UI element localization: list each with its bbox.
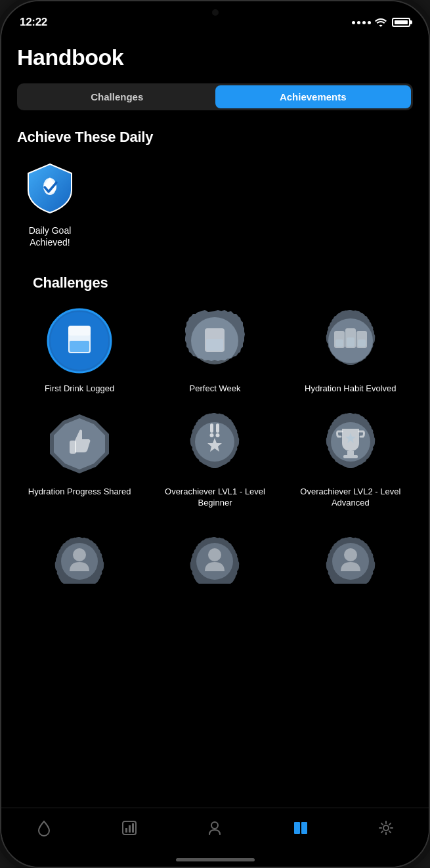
first-drink-icon [43,305,116,377]
tab-switcher: Challenges Achievements [17,83,413,110]
challenges-grid-row2: Hydration Progress Shared [17,408,413,509]
badge-perfect-week[interactable]: Perfect Week [152,305,277,395]
challenges-section: Challenges [1,274,429,594]
tab-challenges[interactable]: Challenges [19,85,215,108]
svg-rect-36 [132,823,134,833]
badge-overachiever-2[interactable]: Overachiever LVL2 - Level Advanced [288,408,413,509]
svg-point-30 [208,548,221,561]
chart-icon [120,819,139,837]
scroll-content[interactable]: Handbook Challenges Achievements Achieve… [1,34,429,867]
badge-progress-shared[interactable]: Hydration Progress Shared [17,408,142,509]
svg-point-21 [216,433,220,437]
battery-icon [392,18,410,27]
svg-point-32 [344,548,357,561]
shield-badge-icon [20,159,79,218]
challenges-title: Challenges [33,274,397,292]
nav-water[interactable] [27,816,61,840]
svg-rect-38 [294,822,300,834]
svg-rect-8 [206,339,223,351]
svg-point-37 [211,822,218,829]
nav-profile[interactable] [198,816,232,840]
wifi-icon [375,18,387,27]
svg-rect-35 [129,825,131,833]
challenges-grid-row1: First Drink Logged Perfect Week [17,305,413,395]
badge-partial-3[interactable] [288,522,413,594]
svg-rect-5 [70,341,89,352]
status-icons [352,18,410,27]
tab-achievements[interactable]: Achievements [215,85,412,108]
challenges-grid-row3 [17,522,413,594]
overachiever-1-label: Overachiever LVL1 - Level Beginner [152,487,277,509]
progress-shared-label: Hydration Progress Shared [28,487,131,498]
daily-badge-container: Daily Goal Achieved! [1,159,429,264]
first-drink-label: First Drink Logged [45,383,114,395]
water-drop-icon [35,819,53,837]
nav-chart[interactable] [112,816,146,840]
svg-rect-24 [347,451,354,455]
badge-hydration-habit[interactable]: Hydration Habit Evolved [288,305,413,395]
svg-rect-25 [343,455,358,458]
partial-1-icon [43,522,116,594]
badge-first-drink[interactable]: First Drink Logged [17,305,142,395]
signal-dots-icon [352,21,371,24]
book-icon [291,819,310,837]
svg-rect-16 [70,441,76,454]
hydration-habit-icon [314,305,387,377]
badge-partial-1[interactable] [17,522,142,594]
svg-rect-34 [125,828,127,833]
svg-point-19 [210,433,214,437]
phone-frame: 12:22 Handbook [0,0,430,868]
svg-point-40 [383,825,389,831]
nav-book[interactable] [284,816,318,840]
overachiever-2-icon [314,408,387,480]
badge-overachiever-1[interactable]: Overachiever LVL1 - Level Beginner [152,408,277,509]
status-time: 12:22 [20,16,47,29]
svg-rect-4 [68,326,91,336]
daily-badge-item[interactable]: Daily Goal Achieved! [17,159,83,248]
daily-badge-label: Daily Goal Achieved! [17,225,83,248]
page-title: Handbook [17,45,413,70]
partial-2-icon [179,522,251,594]
home-indicator [176,858,255,861]
overachiever-2-label: Overachiever LVL2 - Level Advanced [288,487,413,509]
svg-rect-18 [210,423,213,433]
hydration-habit-label: Hydration Habit Evolved [305,383,396,395]
phone-screen: 12:22 Handbook [1,1,429,867]
gear-icon [377,819,395,837]
svg-point-28 [73,548,86,561]
perfect-week-label: Perfect Week [190,383,241,395]
progress-shared-icon [43,408,116,480]
badge-partial-2[interactable] [152,522,277,594]
nav-settings[interactable] [369,816,403,840]
svg-rect-20 [216,423,219,433]
svg-rect-15 [358,339,366,347]
status-bar: 12:22 [1,1,429,34]
svg-rect-39 [301,822,307,834]
camera-notch [212,9,219,16]
profile-icon [205,819,224,837]
svg-rect-13 [335,339,343,347]
overachiever-1-icon [179,408,251,480]
svg-rect-14 [347,337,355,347]
partial-3-icon [314,522,387,594]
daily-section-title: Achieve These Daily [17,129,413,146]
perfect-week-icon [179,305,251,377]
